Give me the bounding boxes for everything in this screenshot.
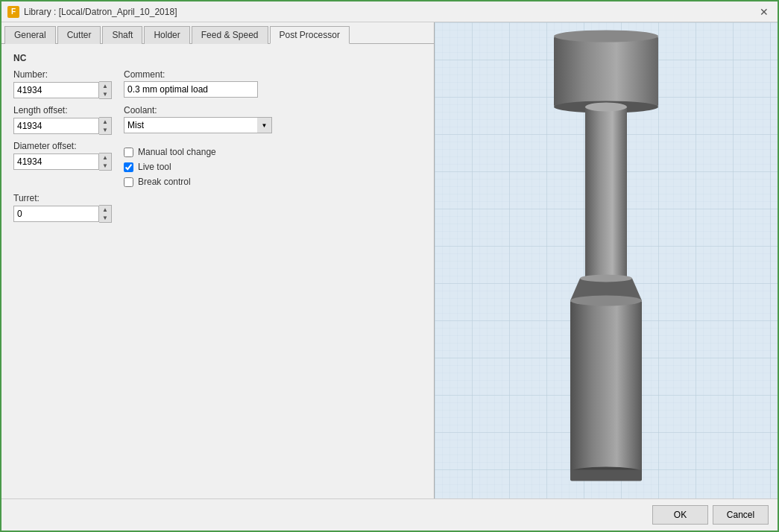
diameter-offset-label: Diameter offset: <box>13 141 112 151</box>
comment-group: Comment: <box>124 69 258 98</box>
diameter-checkboxes-row: Diameter offset: ▲ ▼ <box>13 141 422 187</box>
turret-group: Turret: ▲ ▼ <box>13 193 112 223</box>
manual-tool-change-label: Manual tool change <box>138 147 216 157</box>
length-offset-spin-down[interactable]: ▼ <box>99 126 111 134</box>
length-coolant-row: Length offset: ▲ ▼ Coolant: <box>13 105 422 135</box>
live-tool-label: Live tool <box>138 162 171 172</box>
number-spin-down[interactable]: ▼ <box>99 90 111 98</box>
length-offset-input[interactable] <box>13 118 99 134</box>
checkboxes-group: Manual tool change Live tool Break contr… <box>124 141 216 187</box>
comment-label: Comment: <box>124 69 258 80</box>
turret-spin-buttons: ▲ ▼ <box>99 205 112 223</box>
tool-preview <box>532 28 681 493</box>
diameter-offset-group: Diameter offset: ▲ ▼ <box>13 141 112 171</box>
left-panel: General Cutter Shaft Holder Feed & Speed… <box>1 22 434 498</box>
coolant-label: Coolant: <box>124 105 272 115</box>
tab-holder[interactable]: Holder <box>144 26 189 44</box>
diameter-offset-input[interactable] <box>13 153 99 170</box>
manual-tool-change-item[interactable]: Manual tool change <box>124 147 216 157</box>
title-bar: F Library : [Local/Datron_April_10_2018]… <box>1 1 778 22</box>
ok-button[interactable]: OK <box>652 505 708 525</box>
number-comment-row: Number: ▲ ▼ Comment: <box>13 69 422 99</box>
svg-rect-13 <box>570 469 642 481</box>
length-offset-spin-buttons: ▲ ▼ <box>99 117 112 135</box>
number-spin-up[interactable]: ▲ <box>99 82 111 90</box>
number-input[interactable] <box>13 82 99 98</box>
turret-spin: ▲ ▼ <box>13 205 112 223</box>
close-button[interactable]: ✕ <box>757 4 772 19</box>
diameter-offset-spin-buttons: ▲ ▼ <box>99 153 112 171</box>
length-offset-group: Length offset: ▲ ▼ <box>13 105 112 135</box>
length-offset-label: Length offset: <box>13 105 112 115</box>
break-control-item[interactable]: Break control <box>124 177 216 187</box>
number-spin: ▲ ▼ <box>13 81 112 99</box>
tab-feed-speed[interactable]: Feed & Speed <box>192 26 268 44</box>
comment-input[interactable] <box>124 81 258 98</box>
break-control-checkbox[interactable] <box>124 177 133 187</box>
svg-point-7 <box>585 102 627 111</box>
tab-bar: General Cutter Shaft Holder Feed & Speed… <box>1 22 434 44</box>
coolant-select[interactable]: Mist Flood Air None <box>124 117 258 133</box>
live-tool-checkbox[interactable] <box>124 162 133 172</box>
tab-post-processor[interactable]: Post Processor <box>270 26 350 44</box>
svg-point-4 <box>554 30 658 42</box>
coolant-group: Coolant: Mist Flood Air None ▼ <box>124 105 272 133</box>
content-area: General Cutter Shaft Holder Feed & Speed… <box>1 22 778 498</box>
turret-spin-up[interactable]: ▲ <box>99 206 111 214</box>
coolant-select-arrow: ▼ <box>257 117 272 133</box>
coolant-select-wrap: Mist Flood Air None ▼ <box>124 117 272 133</box>
svg-rect-6 <box>585 107 627 278</box>
diameter-offset-spin: ▲ ▼ <box>13 153 112 171</box>
window-title: Library : [Local/Datron_April_10_2018] <box>24 7 177 17</box>
number-label: Number: <box>13 69 112 80</box>
svg-rect-10 <box>570 300 642 472</box>
tab-shaft[interactable]: Shaft <box>102 26 142 44</box>
form-area: NC Number: ▲ ▼ Commen <box>1 44 434 498</box>
break-control-label: Break control <box>138 177 191 187</box>
tool-svg <box>532 28 681 490</box>
main-window: F Library : [Local/Datron_April_10_2018]… <box>0 0 779 532</box>
checkbox-list: Manual tool change Live tool Break contr… <box>124 147 216 187</box>
svg-point-11 <box>570 295 642 305</box>
bottom-bar: OK Cancel <box>1 498 778 531</box>
app-icon: F <box>7 6 19 18</box>
tab-cutter[interactable]: Cutter <box>57 26 101 44</box>
live-tool-item[interactable]: Live tool <box>124 162 216 172</box>
svg-rect-3 <box>554 36 658 107</box>
length-offset-spin: ▲ ▼ <box>13 117 112 135</box>
title-bar-left: F Library : [Local/Datron_April_10_2018] <box>7 6 177 18</box>
length-offset-spin-up[interactable]: ▲ <box>99 118 111 126</box>
tab-general[interactable]: General <box>4 26 56 44</box>
preview-panel <box>434 22 778 498</box>
turret-input[interactable] <box>13 206 99 222</box>
turret-label: Turret: <box>13 193 112 203</box>
section-label: NC <box>13 53 422 63</box>
diameter-offset-spin-up[interactable]: ▲ <box>99 153 111 162</box>
turret-row: Turret: ▲ ▼ <box>13 193 422 223</box>
number-spin-buttons: ▲ ▼ <box>99 81 112 99</box>
svg-point-9 <box>580 274 632 282</box>
number-group: Number: ▲ ▼ <box>13 69 112 99</box>
diameter-offset-spin-down[interactable]: ▼ <box>99 162 111 170</box>
turret-spin-down[interactable]: ▼ <box>99 214 111 222</box>
manual-tool-change-checkbox[interactable] <box>124 148 133 157</box>
cancel-button[interactable]: Cancel <box>713 505 769 525</box>
